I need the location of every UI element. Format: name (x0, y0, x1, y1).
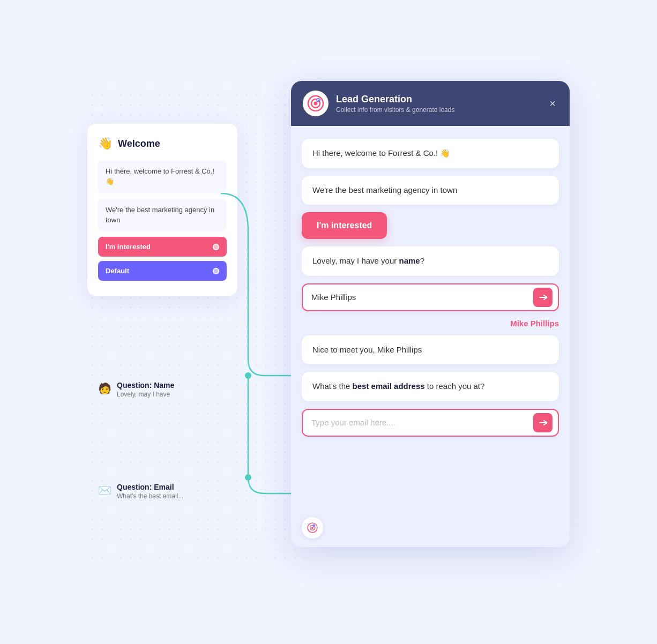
person-emoji-icon: 🧑 (98, 382, 111, 395)
close-icon[interactable]: × (547, 95, 558, 112)
interested-button[interactable]: I'm interested (302, 212, 387, 239)
flow-panel-header: 👋 Welcome (98, 137, 227, 151)
flow-message-2: We're the best marketing agency in town (98, 199, 227, 232)
svg-point-4 (314, 102, 318, 106)
chat-bubble-name-ask: Lovely, may I have your name? (302, 246, 559, 276)
footer-logo-icon (306, 521, 319, 534)
send-arrow-icon-2 (539, 418, 547, 427)
footer-logo (302, 517, 323, 538)
flow-btn-interested[interactable]: I'm interested (98, 237, 227, 257)
chat-footer (291, 511, 570, 547)
name-input[interactable] (311, 293, 533, 302)
chat-body: Hi there, welcome to Forrest & Co.! 👋 We… (291, 126, 570, 511)
chat-bubble-nice-to-meet: Nice to meet you, Mike Phillips (302, 335, 559, 365)
qn-name-title: Question: Name (117, 381, 174, 390)
name-input-row[interactable] (302, 283, 559, 311)
chat-panel: Lead Generation Collect info from visito… (291, 81, 570, 547)
email-input[interactable] (311, 418, 533, 427)
flow-builder-panel: 👋 Welcome Hi there, welcome to Forrest &… (87, 124, 237, 296)
flow-message-1: Hi there, welcome to Forrest & Co.! 👋 (98, 160, 227, 193)
svg-point-1 (245, 474, 251, 481)
qn-email-title: Question: Email (117, 483, 183, 491)
svg-point-6 (318, 100, 319, 101)
flow-btn-dot-2 (213, 268, 219, 274)
flow-btn-dot (213, 244, 219, 250)
logo-icon (307, 95, 324, 112)
chat-logo (303, 91, 328, 116)
chat-header: Lead Generation Collect info from visito… (291, 81, 570, 126)
user-reply-name: Mike Phillips (510, 319, 559, 328)
question-node-email: ✉️ Question: Email What's the best email… (98, 483, 183, 500)
chat-bubble-email-ask: What's the best email address to reach y… (302, 372, 559, 401)
chat-subtitle: Collect info from visitors & generate le… (336, 106, 540, 114)
chat-title: Lead Generation (336, 94, 540, 105)
wave-emoji-icon: 👋 (98, 137, 113, 151)
chat-header-info: Lead Generation Collect info from visito… (336, 94, 540, 114)
qn-name-sub: Lovely, may I have (117, 391, 174, 398)
qn-email-sub: What's the best email... (117, 492, 183, 500)
svg-point-0 (245, 372, 251, 379)
name-send-button[interactable] (533, 288, 553, 307)
email-send-button[interactable] (533, 413, 553, 432)
question-node-name: 🧑 Question: Name Lovely, may I have (98, 381, 174, 398)
email-emoji-icon: ✉️ (98, 484, 111, 497)
send-arrow-icon (539, 293, 547, 302)
chat-bubble-1: Hi there, welcome to Forrest & Co.! 👋 (302, 139, 559, 168)
svg-point-11 (313, 525, 315, 526)
flow-panel-title: Welcome (118, 138, 160, 149)
flow-btn-default[interactable]: Default (98, 261, 227, 281)
email-input-row[interactable] (302, 409, 559, 437)
chat-bubble-2: We're the best marketing agency in town (302, 176, 559, 205)
svg-point-9 (311, 527, 313, 529)
